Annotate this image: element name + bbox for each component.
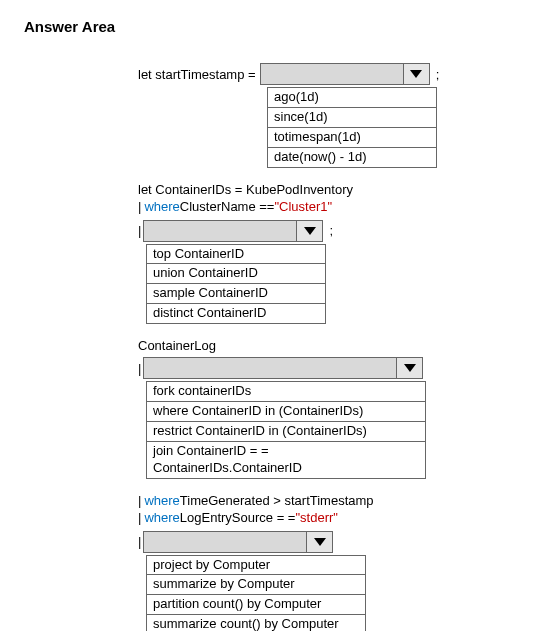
where-keyword: where [144,510,179,525]
option[interactable]: ago(1d) [268,87,436,107]
chevron-down-icon [396,358,422,378]
semicolon-2: ; [329,223,333,238]
option[interactable]: union ContainerID [147,263,325,283]
option[interactable]: distinct ContainerID [147,303,325,323]
dropdown-3[interactable] [143,357,423,379]
semicolon-1: ; [436,67,440,82]
chevron-down-icon [296,221,322,241]
option[interactable]: project by Computer [147,555,365,575]
cluster1-literal: "Cluster1" [274,199,332,214]
option[interactable]: top ContainerID [147,244,325,264]
pipe: | [138,361,141,376]
clustername-text: ClusterName == [180,199,275,214]
option[interactable]: summarize count() by Computer [147,614,365,631]
dropdown-3-options: fork containerIDs where ContainerID in (… [146,381,426,478]
dropdown-4-options: project by Computer summarize by Compute… [146,555,366,631]
option[interactable]: since(1d) [268,107,436,127]
timegenerated-text: TimeGenerated > startTimestamp [180,493,374,508]
let-starttimestamp-text: let startTimestamp = [138,67,256,82]
page-title: Answer Area [24,18,523,35]
pipe: | [138,199,141,214]
option[interactable]: partition count() by Computer [147,594,365,614]
dropdown-2-options: top ContainerID union ContainerID sample… [146,244,326,325]
stderr-literal: "stderr" [295,510,337,525]
option[interactable]: summarize by Computer [147,574,365,594]
option[interactable]: totimespan(1d) [268,127,436,147]
where-keyword: where [144,199,179,214]
where-keyword: where [144,493,179,508]
svg-marker-2 [404,364,416,372]
chevron-down-icon [403,64,429,84]
svg-marker-0 [410,70,422,78]
let-containerids-text: let ContainerIDs = KubePodInventory [138,182,353,197]
dropdown-4[interactable] [143,531,333,553]
containerlog-text: ContainerLog [138,338,216,353]
option[interactable]: sample ContainerID [147,283,325,303]
pipe: | [138,223,141,238]
dropdown-1[interactable] [260,63,430,85]
logentrysource-text: LogEntrySource = = [180,510,296,525]
block-4: | where TimeGenerated > startTimestamp |… [138,493,523,631]
option[interactable]: join ContainerID = = ContainerIDs.Contai… [147,441,425,478]
block-1: let startTimestamp = ; ago(1d) since(1d)… [138,63,523,168]
option[interactable]: date(now() - 1d) [268,147,436,167]
svg-marker-3 [314,538,326,546]
option[interactable]: where ContainerID in (ContainerIDs) [147,401,425,421]
pipe: | [138,493,141,508]
pipe: | [138,510,141,525]
dropdown-2[interactable] [143,220,323,242]
chevron-down-icon [306,532,332,552]
option[interactable]: fork containerIDs [147,381,425,401]
option[interactable]: restrict ContainerID in (ContainerIDs) [147,421,425,441]
block-3: ContainerLog | fork containerIDs where C… [138,338,523,478]
block-2: let ContainerIDs = KubePodInventory | wh… [138,182,523,325]
pipe: | [138,534,141,549]
dropdown-1-options: ago(1d) since(1d) totimespan(1d) date(no… [267,87,437,168]
svg-marker-1 [304,227,316,235]
